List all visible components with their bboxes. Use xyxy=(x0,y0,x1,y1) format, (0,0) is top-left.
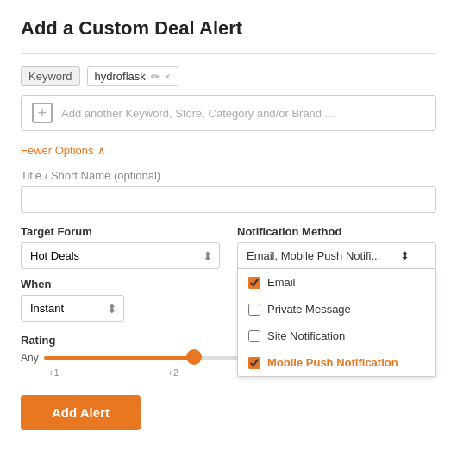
target-forum-select[interactable]: Hot Deals Freebies Tech Deals All Forums xyxy=(21,242,220,269)
notification-method-arrow-icon: ⬍ xyxy=(400,249,410,262)
notif-label-mobile-push: Mobile Push Notification xyxy=(267,356,398,369)
add-row-placeholder: Add another Keyword, Store, Category and… xyxy=(61,107,335,120)
keyword-tag-value: hydroflask xyxy=(95,70,146,83)
notification-method-dropdown: Email Private Message Site Notification … xyxy=(237,269,436,377)
notif-checkbox-email[interactable] xyxy=(248,277,260,289)
add-plus-icon[interactable]: + xyxy=(32,103,53,123)
rating-slider-thumb[interactable] xyxy=(186,349,202,365)
keyword-tag: hydroflask ✏ × xyxy=(87,66,178,86)
notif-option-private-message[interactable]: Private Message xyxy=(238,296,435,323)
notification-method-wrapper: Email, Mobile Push Notifi... ⬍ Email Pri… xyxy=(237,242,436,269)
notif-label-site-notification: Site Notification xyxy=(267,329,345,342)
fewer-options-chevron-icon: ∧ xyxy=(97,144,106,157)
notif-option-site-notification[interactable]: Site Notification xyxy=(238,323,435,349)
rating-slider-fill xyxy=(44,356,194,360)
keyword-close-icon[interactable]: × xyxy=(165,71,171,83)
fewer-options-label: Fewer Options xyxy=(21,144,94,157)
notif-checkbox-mobile-push[interactable] xyxy=(248,357,260,369)
target-forum-label: Target Forum xyxy=(21,225,220,238)
notif-label-private-message: Private Message xyxy=(267,303,351,316)
notification-method-display-text: Email, Mobile Push Notifi... xyxy=(247,249,380,262)
notif-option-email[interactable]: Email xyxy=(238,269,435,296)
tick-0: +1 xyxy=(48,367,59,378)
rating-any-label: Any xyxy=(21,352,39,364)
two-col-section: Target Forum Hot Deals Freebies Tech Dea… xyxy=(21,225,436,269)
when-select-wrapper: Instant Daily Digest Weekly Digest ⬍ xyxy=(21,295,124,322)
fewer-options-link[interactable]: Fewer Options ∧ xyxy=(21,144,106,157)
add-alert-button[interactable]: Add Alert xyxy=(21,395,141,430)
page-title: Add a Custom Deal Alert xyxy=(21,17,436,40)
keyword-label: Keyword xyxy=(21,66,80,86)
notification-method-display[interactable]: Email, Mobile Push Notifi... ⬍ xyxy=(237,242,436,269)
notif-checkbox-private-message[interactable] xyxy=(248,304,260,316)
notification-method-label: Notification Method xyxy=(237,225,436,238)
add-keyword-row[interactable]: + Add another Keyword, Store, Category a… xyxy=(21,95,436,131)
notification-method-section: Notification Method Email, Mobile Push N… xyxy=(237,225,436,269)
notif-checkbox-site-notification[interactable] xyxy=(248,330,260,342)
notif-label-email: Email xyxy=(267,276,296,289)
keyword-edit-icon[interactable]: ✏ xyxy=(151,71,160,83)
target-forum-section: Target Forum Hot Deals Freebies Tech Dea… xyxy=(21,225,220,269)
notif-option-mobile-push[interactable]: Mobile Push Notification xyxy=(238,349,435,376)
tick-1: +2 xyxy=(167,367,178,378)
keyword-row: Keyword hydroflask ✏ × xyxy=(21,66,436,86)
when-select[interactable]: Instant Daily Digest Weekly Digest xyxy=(21,295,124,322)
target-forum-select-wrapper: Hot Deals Freebies Tech Deals All Forums… xyxy=(21,242,220,269)
title-label: Title / Short Name (optional) xyxy=(21,169,436,182)
title-input[interactable] xyxy=(21,186,436,213)
